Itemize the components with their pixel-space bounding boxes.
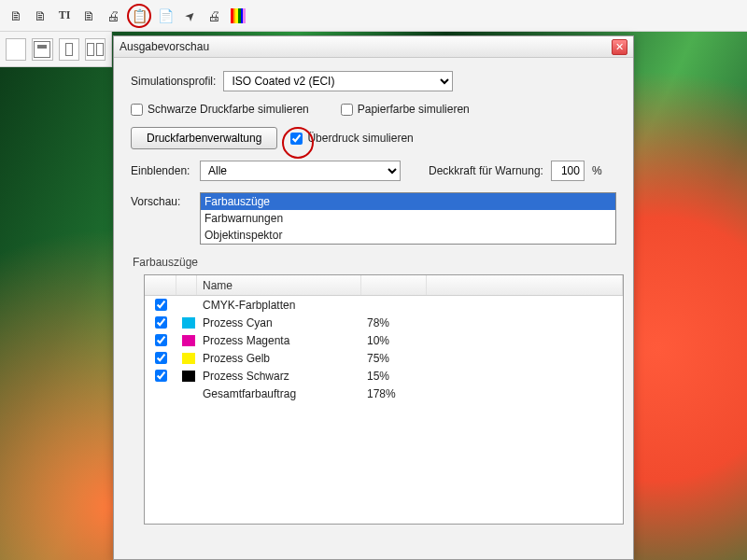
simprofile-select[interactable]: ISO Coated v2 (ECI) bbox=[223, 71, 453, 91]
table-row: Prozess Schwarz15% bbox=[145, 367, 623, 385]
table-row: Prozess Magenta10% bbox=[145, 331, 623, 349]
papercolor-checkbox-input[interactable] bbox=[341, 104, 353, 116]
overprint-checkbox-input[interactable] bbox=[290, 133, 303, 145]
papercolor-checkbox[interactable]: Papierfarbe simulieren bbox=[341, 103, 470, 116]
table-row: Prozess Cyan78% bbox=[145, 314, 623, 331]
row-percent: 10% bbox=[361, 334, 427, 347]
simprofile-label: Simulationsprofil: bbox=[131, 75, 216, 88]
open-doc-icon[interactable] bbox=[30, 6, 50, 26]
secondary-toolbar bbox=[0, 32, 112, 67]
separations-table: Name CMYK-FarbplattenProzess Cyan78%Proz… bbox=[144, 274, 624, 525]
row-name: Prozess Gelb bbox=[197, 352, 361, 365]
vorschau-item-objectinspector[interactable]: Objektinspektor bbox=[201, 227, 615, 244]
output-preview-dialog: Ausgabevorschau ✕ Simulationsprofil: ISO… bbox=[113, 35, 634, 560]
main-toolbar: TI 📋 📄 🖨 bbox=[0, 0, 747, 32]
table-row: Gesamtfarbauftrag178% bbox=[145, 385, 623, 402]
save-icon[interactable] bbox=[32, 38, 52, 61]
vorschau-label: Vorschau: bbox=[131, 192, 192, 208]
row-name: Prozess Magenta bbox=[197, 334, 361, 347]
table-row: CMYK-Farbplatten bbox=[145, 296, 623, 314]
print-production-icon[interactable]: 🖨 bbox=[204, 6, 224, 26]
touchup-text-icon[interactable]: TI bbox=[54, 6, 75, 26]
highlighted-tool-circle: 📋 bbox=[127, 4, 151, 28]
row-checkbox[interactable] bbox=[155, 299, 167, 311]
row-checkbox[interactable] bbox=[155, 352, 167, 364]
einblenden-label: Einblenden: bbox=[131, 164, 192, 177]
row-percent: 78% bbox=[361, 316, 427, 329]
row-checkbox[interactable] bbox=[155, 316, 167, 329]
row-percent: 178% bbox=[361, 387, 427, 400]
color-swatch bbox=[182, 317, 195, 329]
color-swatch bbox=[182, 371, 195, 382]
close-icon[interactable]: ✕ bbox=[612, 39, 627, 55]
page-thumbnails-icon[interactable] bbox=[59, 38, 79, 61]
opacity-input[interactable] bbox=[551, 161, 585, 181]
vorschau-item-colorwarnings[interactable]: Farbwarnungen bbox=[201, 210, 615, 227]
blackink-checkbox[interactable]: Schwarze Druckfarbe simulieren bbox=[131, 103, 309, 116]
row-name: Gesamtfarbauftrag bbox=[197, 387, 361, 400]
select-tool-icon[interactable] bbox=[179, 6, 200, 26]
einblenden-select[interactable]: Alle bbox=[200, 161, 401, 181]
col-name: Name bbox=[197, 275, 361, 295]
opacity-unit: % bbox=[592, 164, 602, 177]
vorschau-listbox[interactable]: Farbauszüge Farbwarnungen Objektinspekto… bbox=[200, 192, 616, 245]
overprint-checkbox[interactable]: Überdruck simulieren bbox=[290, 132, 413, 145]
table-header: Name bbox=[145, 275, 623, 296]
row-name: Prozess Schwarz bbox=[197, 370, 361, 383]
separations-section-label: Farbauszüge bbox=[133, 256, 616, 269]
export-icon[interactable]: 📄 bbox=[155, 6, 176, 26]
row-percent: 75% bbox=[361, 352, 427, 365]
color-swatch bbox=[182, 353, 195, 364]
blackink-checkbox-input[interactable] bbox=[131, 104, 143, 116]
color-swatch bbox=[182, 335, 195, 346]
table-row: Prozess Gelb75% bbox=[145, 349, 623, 367]
row-checkbox[interactable] bbox=[155, 334, 167, 346]
dialog-title: Ausgabevorschau bbox=[120, 40, 612, 53]
row-checkbox[interactable] bbox=[155, 370, 167, 382]
dialog-titlebar[interactable]: Ausgabevorschau ✕ bbox=[114, 36, 633, 58]
print-icon[interactable] bbox=[103, 6, 123, 26]
vorschau-item-separations[interactable]: Farbauszüge bbox=[201, 193, 615, 210]
row-percent: 15% bbox=[361, 370, 427, 383]
opacity-label: Deckkraft für Warnung: bbox=[429, 164, 543, 177]
blank-page-icon[interactable] bbox=[6, 38, 26, 61]
new-doc-icon[interactable] bbox=[6, 6, 26, 26]
color-icon[interactable] bbox=[228, 6, 248, 26]
ink-manager-button[interactable]: Druckfarbenverwaltung bbox=[131, 127, 277, 149]
row-name: Prozess Cyan bbox=[197, 316, 361, 329]
page-icon[interactable] bbox=[78, 6, 99, 26]
two-page-icon[interactable] bbox=[85, 38, 106, 61]
row-name: CMYK-Farbplatten bbox=[197, 299, 361, 312]
output-preview-icon[interactable]: 📋 bbox=[129, 6, 149, 26]
